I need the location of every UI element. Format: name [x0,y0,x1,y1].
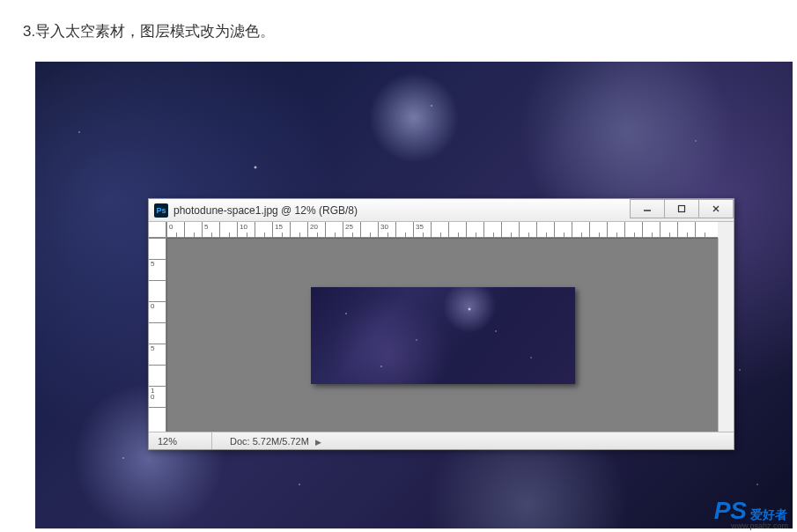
h-tick-label: 20 [310,223,318,231]
maximize-button[interactable] [664,199,699,218]
vertical-scrollbar[interactable] [718,238,734,432]
canvas-area[interactable] [166,238,718,432]
minimize-button[interactable] [630,199,665,218]
photoshop-document-window[interactable]: Ps photodune-space1.jpg @ 12% (RGB/8) 0 … [148,198,734,450]
tutorial-step-caption: 3.导入太空素材，图层模式改为滤色。 [0,0,797,63]
v-tick-label: 0 [151,303,158,309]
chevron-right-icon: ▶ [315,438,321,447]
space-material-image[interactable] [311,287,575,384]
window-title: photodune-space1.jpg @ 12% (RGB/8) [173,204,631,217]
window-controls [631,199,734,221]
photoshop-icon: Ps [154,203,168,218]
h-tick-label: 35 [416,223,424,231]
h-tick-label: 0 [169,223,173,231]
statusbar: 12% Doc: 5.72M/5.72M ▶ [149,432,734,449]
doc-size-text: Doc: 5.72M/5.72M [230,436,309,447]
horizontal-ruler[interactable]: 0 5 10 15 20 25 30 35 [166,222,718,238]
svg-rect-1 [679,206,685,212]
v-tick-label: 5 [151,261,158,267]
zoom-level[interactable]: 12% [149,432,212,449]
vertical-ruler[interactable]: 5 0 5 10 [149,238,166,432]
h-tick-label: 10 [240,223,247,231]
h-tick-label: 25 [345,223,353,231]
titlebar[interactable]: Ps photodune-space1.jpg @ 12% (RGB/8) [149,199,734,222]
h-tick-label: 30 [380,223,388,231]
close-button[interactable] [698,199,734,218]
v-tick-label: 5 [151,345,158,351]
document-size[interactable]: Doc: 5.72M/5.72M ▶ [212,436,321,447]
h-tick-label: 15 [275,223,283,231]
v-tick-label: 10 [151,388,158,400]
background-galaxy-image: Ps photodune-space1.jpg @ 12% (RGB/8) 0 … [35,62,793,528]
h-tick-label: 5 [204,223,208,231]
ruler-origin[interactable] [149,222,166,238]
watermark-url: www.psahz.com [731,521,788,530]
